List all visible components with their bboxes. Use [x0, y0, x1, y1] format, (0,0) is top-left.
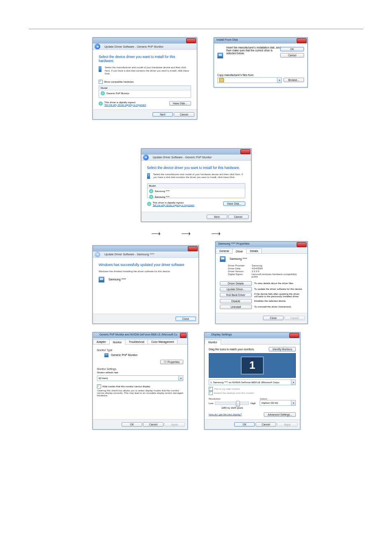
advanced-settings-button[interactable]: Advanced Settings...	[264, 412, 296, 417]
ok-button[interactable]: OK	[234, 422, 255, 427]
tab-troubleshoot[interactable]: Troubleshoot	[125, 339, 148, 344]
device-name: Samsung ****	[108, 278, 126, 281]
tab-monitor[interactable]: Monitor	[205, 340, 221, 345]
tab-details[interactable]: Details	[246, 248, 262, 253]
colors-combo[interactable]: Highest (32 bit)▾	[260, 400, 296, 406]
button-desc: If the device fails after updating the d…	[254, 293, 303, 298]
button-desc: To update the driver software for this d…	[254, 288, 303, 290]
chevron-down-icon[interactable]: ▾	[291, 400, 295, 405]
disk-icon	[147, 173, 150, 179]
cancel-button[interactable]: Cancel	[174, 112, 194, 117]
list-item[interactable]: Samsung ****	[148, 194, 245, 200]
disk-icon	[99, 66, 101, 72]
button-desc: Disables the selected device.	[254, 300, 286, 302]
cert-icon	[149, 189, 153, 193]
copy-from-combo[interactable]: ▾	[217, 77, 282, 83]
have-disk-button[interactable]: Have Disk...	[223, 201, 245, 206]
disable-button[interactable]: Disable	[220, 299, 252, 303]
success-subtext: Windows has finished installing the driv…	[99, 270, 193, 273]
ok-button[interactable]: OK	[122, 422, 142, 427]
tab-color[interactable]: Color Management	[148, 339, 178, 344]
rollback-button[interactable]: Roll Back Driver	[220, 293, 252, 297]
best-display-link[interactable]: How do I get the best display?	[209, 413, 242, 416]
chevron-down-icon[interactable]: ▾	[178, 376, 183, 381]
monitor-1-icon[interactable]: 1	[241, 356, 264, 375]
show-compatible-label: Show compatible hardware	[104, 80, 134, 83]
kv-key: Driver Version:	[228, 270, 252, 273]
uninstall-button[interactable]: Uninstall	[220, 305, 252, 309]
kv-key: Digital Signer:	[228, 273, 251, 278]
kv-value: 2.0.0.0	[252, 270, 259, 273]
dialog-title: Install From Disk	[217, 38, 238, 41]
monitor-properties-dialog: Generic PnP Monitor and NVIDIA GeForce 6…	[92, 332, 188, 430]
cancel-button[interactable]: Cancel	[280, 53, 304, 58]
tab-monitor[interactable]: Monitor	[109, 340, 126, 345]
close-icon[interactable]	[289, 333, 299, 338]
back-button[interactable]: ◄	[95, 44, 100, 49]
display-settings-dialog: Display Settings Monitor Drag the icons …	[204, 332, 300, 430]
tab-general[interactable]: General	[216, 248, 233, 253]
close-icon[interactable]	[188, 246, 198, 251]
show-compatible-checkbox[interactable]	[99, 80, 103, 84]
ok-button[interactable]: OK	[280, 47, 304, 51]
model-listbox[interactable]: Model Generic PnP Monitor	[99, 86, 191, 98]
monitor-settings-label: Monitor Settings	[97, 368, 183, 370]
update-driver-wizard-2: ◄ Update Driver Software - Generic PnP M…	[141, 148, 251, 222]
driver-details-button[interactable]: Driver Details	[220, 281, 252, 286]
back-button[interactable]: ◄	[143, 155, 149, 160]
signing-link[interactable]: Tell me why driver signing is important	[153, 204, 194, 206]
chevron-down-icon[interactable]: ▾	[291, 380, 295, 385]
identify-monitors-button[interactable]: Identify Monitors	[269, 347, 296, 352]
drag-label: Drag the icons to match your monitors.	[209, 348, 255, 351]
model-header: Model	[148, 184, 245, 188]
ifd-message: Insert the manufacturer's installation d…	[226, 46, 283, 55]
next-button[interactable]: Next	[152, 112, 173, 117]
hide-modes-label: Hide modes that this monitor cannot disp…	[102, 385, 150, 387]
resolution-slider[interactable]	[215, 402, 249, 405]
close-button[interactable]: Close	[263, 316, 284, 320]
monitor-layout-canvas[interactable]: 1	[209, 353, 296, 378]
list-item[interactable]: Samsung ****	[148, 188, 245, 194]
extend-desktop-label: Extend the desktop onto this monitor	[214, 391, 254, 394]
list-item[interactable]: Generic PnP Monitor	[99, 90, 191, 96]
cancel-button[interactable]: Cancel	[228, 215, 249, 219]
slider-high-label: High	[251, 402, 256, 405]
close-icon[interactable]	[240, 149, 250, 154]
resolution-value: 1280 by 1024 pixels	[209, 407, 256, 409]
arrow-row: ⟶⟶⟶	[0, 229, 392, 237]
cancel-button[interactable]: Cancel	[143, 422, 164, 427]
chevron-down-icon[interactable]: ▾	[277, 78, 281, 83]
main-monitor-label: This is my main monitor	[214, 387, 240, 390]
model-listbox[interactable]: Model Samsung **** Samsung ****	[147, 183, 245, 198]
close-button[interactable]: Close	[175, 317, 196, 321]
tab-adapter[interactable]: Adapter	[93, 339, 110, 344]
monitor-select-combo[interactable]: 1. Samsung **** on NVIDIA GeForce 6600 L…	[209, 379, 296, 385]
signing-link[interactable]: Tell me why driver signing is important	[104, 104, 146, 106]
browse-button[interactable]: Browse...	[284, 78, 304, 82]
cert-icon	[149, 195, 153, 199]
next-button[interactable]: Next	[207, 215, 227, 219]
close-icon[interactable]	[297, 242, 307, 247]
monitor-icon	[104, 353, 108, 357]
apply-button: Apply	[277, 422, 297, 427]
tab-driver[interactable]: Driver	[232, 249, 247, 254]
properties-button[interactable]: 🛡 Properties	[160, 360, 183, 364]
window-titlebar	[93, 38, 197, 44]
close-icon[interactable]	[186, 38, 196, 43]
refresh-rate-label: Screen refresh rate:	[97, 371, 183, 374]
update-driver-button[interactable]: Update Driver...	[220, 287, 252, 291]
monitor-type-value: Generic PnP Monitor	[111, 353, 138, 356]
close-icon[interactable]	[297, 38, 307, 43]
wizard-nav: ◄ Update Driver Software - Generic PnP M…	[93, 44, 197, 50]
close-icon[interactable]	[180, 333, 187, 338]
have-disk-button[interactable]: Have Disk...	[169, 101, 191, 106]
update-driver-wizard-1: ◄ Update Driver Software - Generic PnP M…	[92, 37, 197, 120]
refresh-rate-combo[interactable]: 60 Hertz▾	[97, 375, 183, 381]
hide-modes-checkbox[interactable]	[97, 384, 101, 388]
device-name: Samsung ****	[230, 257, 247, 260]
kv-key: Driver Date:	[228, 267, 252, 270]
cancel-button[interactable]: Cancel	[256, 422, 276, 427]
hide-modes-desc: Clearing this check box allows you to se…	[97, 389, 183, 397]
wizard-heading: Select the device driver you want to ins…	[147, 166, 245, 170]
kv-value: microsoft windows hardware compatibility…	[251, 273, 303, 278]
